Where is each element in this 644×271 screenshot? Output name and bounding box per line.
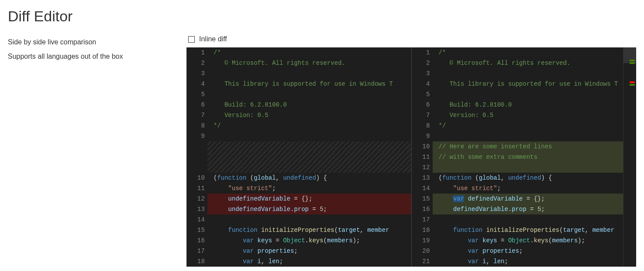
code-line[interactable]: (function (global, undefined) { [207, 173, 411, 183]
line-number: 18 [186, 256, 207, 267]
code-line[interactable] [207, 89, 411, 100]
overview-added-mark[interactable] [630, 62, 635, 64]
line-number: 8 [412, 120, 433, 131]
line-number: 11+ [412, 152, 433, 162]
code-line[interactable] [433, 131, 637, 141]
code-line[interactable]: */ [433, 120, 637, 131]
diff-original-pane[interactable]: 123456789101112-13-1415161718 /* © Micro… [186, 47, 412, 267]
code-line[interactable]: This library is supported for use in Win… [433, 79, 637, 89]
line-number: 16 [186, 235, 207, 246]
line-number: 20 [412, 246, 433, 256]
overview-ruler[interactable] [623, 47, 636, 267]
line-number: 2 [186, 58, 207, 68]
code-line[interactable]: var keys = Object.keys(members); [207, 235, 411, 246]
line-number: 5 [412, 89, 433, 100]
code-line[interactable] [207, 214, 411, 225]
code-line[interactable]: function initializeProperties(target, me… [433, 225, 637, 235]
line-number: 11 [186, 183, 207, 194]
inline-diff-label: Inline diff [199, 35, 227, 43]
code-right[interactable]: /* © Microsoft. All rights reserved. Thi… [433, 47, 637, 267]
line-number: 15 [186, 225, 207, 235]
line-number: 9 [412, 131, 433, 141]
line-number: 17 [186, 246, 207, 256]
code-line[interactable]: Version: 0.5 [207, 110, 411, 120]
line-number: 9 [186, 131, 207, 141]
line-number: 14 [186, 214, 207, 225]
code-line[interactable]: var properties; [207, 246, 411, 256]
line-gutter-left: 123456789101112-13-1415161718 [186, 47, 207, 267]
line-number: 1 [412, 47, 433, 58]
code-line[interactable] [207, 152, 411, 162]
code-line[interactable]: "use strict"; [207, 183, 411, 194]
code-line[interactable]: "use strict"; [433, 183, 637, 194]
code-line[interactable] [433, 68, 637, 79]
code-line[interactable]: Build: 6.2.8100.0 [207, 100, 411, 110]
code-line[interactable]: © Microsoft. All rights reserved. [433, 58, 637, 68]
code-line[interactable]: // Here are some inserted lines [433, 141, 637, 152]
diff-editor[interactable]: 123456789101112-13-1415161718 /* © Micro… [186, 47, 636, 267]
code-line[interactable]: Build: 6.2.8100.0 [433, 100, 637, 110]
code-line[interactable]: This library is supported for use in Win… [207, 79, 411, 89]
line-number: 3 [412, 68, 433, 79]
line-number: 4 [412, 79, 433, 89]
line-number: 6 [186, 100, 207, 110]
code-line[interactable]: /* [207, 47, 411, 58]
code-line[interactable]: var keys = Object.keys(members); [433, 235, 637, 246]
description-line: Supports all languages out of the box [8, 50, 173, 64]
code-line[interactable]: definedVariable.prop = 5; [433, 204, 637, 214]
line-number: 19 [412, 235, 433, 246]
line-number: 6 [412, 100, 433, 110]
code-line[interactable]: undefinedVariable = {}; [207, 194, 411, 204]
line-number: 5 [186, 89, 207, 100]
code-line[interactable]: undefinedVariable.prop = 5; [207, 204, 411, 214]
feature-description: Side by side live comparison Supports al… [8, 35, 173, 267]
overview-added-mark[interactable] [630, 84, 635, 86]
line-number: 4 [186, 79, 207, 89]
code-left[interactable]: /* © Microsoft. All rights reserved. Thi… [207, 47, 411, 267]
line-number [186, 152, 207, 162]
code-line[interactable]: © Microsoft. All rights reserved. [207, 58, 411, 68]
line-number: 13 [412, 173, 433, 183]
code-line[interactable]: var i, len; [433, 256, 637, 267]
code-line[interactable] [433, 89, 637, 100]
code-line[interactable]: var i, len; [207, 256, 411, 267]
line-number: 21 [412, 256, 433, 267]
line-number: 17 [412, 214, 433, 225]
line-number: 8 [186, 120, 207, 131]
code-line[interactable]: // with some extra comments [433, 152, 637, 162]
code-line[interactable]: var properties; [433, 246, 637, 256]
inline-diff-checkbox[interactable] [188, 36, 195, 43]
code-line[interactable] [207, 162, 411, 173]
overview-removed-mark[interactable] [630, 81, 635, 83]
line-number: 15+ [412, 194, 433, 204]
overview-added-mark[interactable] [630, 60, 635, 61]
code-line[interactable]: var definedVariable = {}; [433, 194, 637, 204]
description-line: Side by side live comparison [8, 35, 173, 50]
line-number: 13- [186, 204, 207, 214]
line-number: 7 [412, 110, 433, 120]
code-line[interactable]: function initializeProperties(target, me… [207, 225, 411, 235]
code-line[interactable] [433, 162, 637, 173]
line-gutter-right: 12345678910+11+12+131415+16+1718192021 [412, 47, 433, 267]
line-number: 14 [412, 183, 433, 194]
page-title: Diff Editor [8, 8, 636, 25]
line-number: 12- [186, 194, 207, 204]
code-line[interactable] [207, 141, 411, 152]
code-line[interactable]: Version: 0.5 [433, 110, 637, 120]
line-number: 10+ [412, 141, 433, 152]
code-line[interactable] [207, 68, 411, 79]
line-number: 7 [186, 110, 207, 120]
line-number: 1 [186, 47, 207, 58]
line-number: 12+ [412, 162, 433, 173]
line-number: 16+ [412, 204, 433, 214]
line-number: 2 [412, 58, 433, 68]
code-line[interactable] [433, 214, 637, 225]
diff-modified-pane[interactable]: 12345678910+11+12+131415+16+1718192021 /… [412, 47, 637, 267]
line-number [186, 162, 207, 173]
line-number: 10 [186, 173, 207, 183]
line-number [186, 141, 207, 152]
code-line[interactable]: /* [433, 47, 637, 58]
code-line[interactable] [207, 131, 411, 141]
code-line[interactable]: */ [207, 120, 411, 131]
code-line[interactable]: (function (global, undefined) { [433, 173, 637, 183]
